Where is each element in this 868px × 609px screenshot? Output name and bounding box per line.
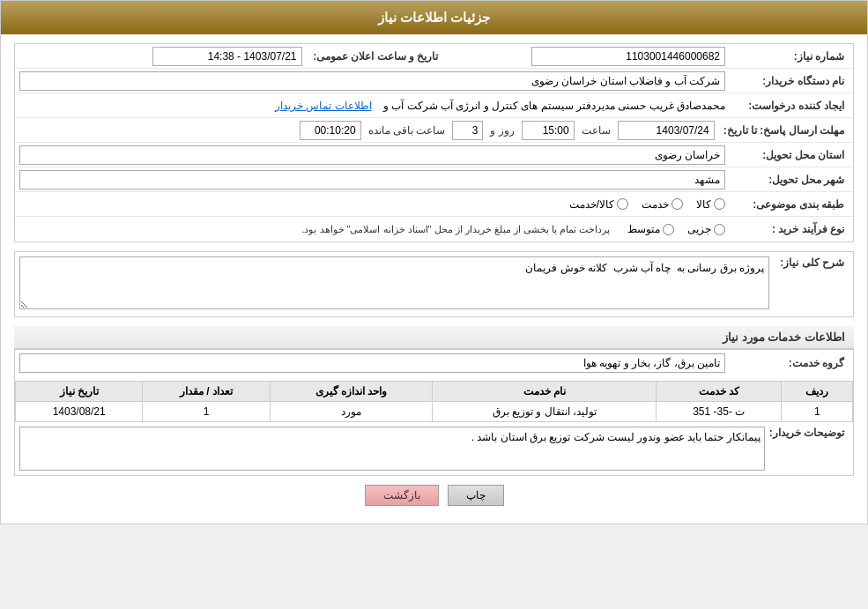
- mohlat-label: مهلت ارسال پاسخ: تا تاریخ:: [715, 124, 849, 137]
- shahr-row: شهر محل تحویل:: [15, 167, 853, 192]
- radio-jozi-option[interactable]: جزیی: [687, 223, 725, 235]
- tabaqebandi-value-box: کالا خدمت کالا/خدمت: [19, 198, 725, 211]
- radio-jozi-label: جزیی: [687, 223, 711, 235]
- tarikh-label: تاریخ و ساعت اعلان عمومی:: [302, 50, 443, 63]
- farayand-note-text: پرداخت تمام یا بخشی از مبلغ خریدار از مح…: [301, 224, 610, 235]
- shomare-niaz-label: شماره نیاز:: [725, 50, 849, 63]
- bazgasht-button[interactable]: بازگشت: [365, 485, 439, 506]
- shahr-value-box: [19, 170, 725, 189]
- service-table: ردیف کد خدمت نام خدمت واحد اندازه گیری ت…: [15, 381, 853, 422]
- radio-kala[interactable]: [714, 198, 725, 210]
- ijad-konande-row: ایجاد کننده درخواست: محمدصادق غریب حسنی …: [15, 93, 853, 118]
- cell-kodKhedamat: ت -35- 351: [656, 402, 782, 422]
- col-vahed: واحد اندازه گیری: [270, 382, 433, 402]
- tabaqebandi-row: طبقه بندی موضوعی: کالا خدمت کالا/خدمت: [15, 192, 853, 217]
- tabaqebandi-label: طبقه بندی موضوعی:: [725, 198, 849, 211]
- ostan-input[interactable]: [19, 145, 725, 165]
- tozihat-textarea[interactable]: [19, 427, 765, 471]
- cell-tarikh: 1403/08/21: [16, 402, 143, 422]
- mohlat-saat-input[interactable]: [522, 121, 575, 140]
- content-area: شماره نیاز: تاریخ و ساعت اعلان عمومی: نا…: [1, 34, 867, 524]
- main-info-section: شماره نیاز: تاریخ و ساعت اعلان عمومی: نا…: [14, 43, 854, 242]
- page-header: جزئیات اطلاعات نیاز: [1, 1, 867, 34]
- col-radif: ردیف: [782, 382, 853, 402]
- radio-kala-khedmat-option[interactable]: کالا/خدمت: [569, 198, 628, 211]
- khedamat-section: گروه خدمت: ردیف کد خدمت نام خدمت واحد ان…: [14, 349, 854, 476]
- shomare-niaz-input[interactable]: [531, 47, 725, 66]
- cell-vahed: مورد: [270, 402, 433, 422]
- mohlat-date-input[interactable]: [618, 121, 715, 140]
- radio-khedmat-label: خدمت: [642, 198, 669, 211]
- tozihat-label: توضیحات خریدار:: [769, 427, 849, 439]
- ostan-row: استان محل تحویل:: [15, 143, 853, 167]
- mohlat-mande-input[interactable]: [300, 121, 361, 140]
- grohe-khedamat-input[interactable]: [19, 353, 725, 373]
- table-header-row: ردیف کد خدمت نام خدمت واحد اندازه گیری ت…: [16, 382, 853, 402]
- sharh-textarea[interactable]: [19, 256, 769, 309]
- mohlat-row: مهلت ارسال پاسخ: تا تاریخ: ساعت روز و سا…: [15, 118, 853, 143]
- page-wrapper: جزئیات اطلاعات نیاز شماره نیاز: تاریخ و …: [0, 0, 868, 524]
- mohlat-saat-label: ساعت: [582, 124, 611, 137]
- grohe-khedamat-label: گروه خدمت:: [725, 357, 849, 369]
- tarikh-input[interactable]: [152, 47, 302, 66]
- radio-jozi[interactable]: [714, 224, 725, 235]
- noe-farayand-value-box: جزیی متوسط پرداخت تمام یا بخشی از مبلغ خ…: [19, 223, 725, 235]
- ostan-label: استان محل تحویل:: [725, 149, 849, 161]
- cell-radif: 1: [782, 402, 853, 422]
- tarikh-value-box: [19, 47, 302, 66]
- col-nam-khedamat: نام خدمت: [433, 382, 657, 402]
- col-kod-khedamat: کد خدمت: [656, 382, 782, 402]
- ijtad-link[interactable]: اطلاعات تماس خریدار: [275, 100, 372, 112]
- nam-dastgah-label: نام دستگاه خریدار:: [725, 75, 849, 87]
- nam-sherkat-input[interactable]: [19, 71, 725, 91]
- page-title: جزئیات اطلاعات نیاز: [378, 10, 490, 25]
- ostan-value-box: [19, 145, 725, 165]
- radio-kala-khedmat-label: کالا/خدمت: [569, 198, 614, 211]
- khedamat-section-title: اطلاعات خدمات مورد نیاز: [14, 326, 854, 349]
- ijad-konande-label: ایجاد کننده درخواست:: [725, 100, 849, 112]
- radio-khedmat[interactable]: [671, 198, 683, 210]
- mohlat-roz-input[interactable]: [452, 121, 483, 140]
- table-row: 1ت -35- 351تولید، انتقال و توزیع برقمورد…: [16, 402, 853, 422]
- grohe-khedamat-value-box: [19, 353, 725, 373]
- radio-kala-label: کالا: [696, 198, 711, 211]
- mohlat-roz-label: روز و: [490, 124, 514, 137]
- radio-kala-khedmat[interactable]: [617, 198, 628, 210]
- cell-namKhedamat: تولید، انتقال و توزیع برق: [433, 402, 657, 422]
- shahr-input[interactable]: [19, 170, 725, 189]
- radio-motavaset-label: متوسط: [627, 223, 660, 235]
- grohe-khedamat-row: گروه خدمت:: [15, 350, 853, 376]
- ijad-konande-text: محمدصادق غریب حسنی مدیردفتر سیستم های کن…: [383, 100, 725, 112]
- radio-khedmat-option[interactable]: خدمت: [642, 198, 683, 211]
- mohlat-mande-label: ساعت باقی مانده: [368, 124, 446, 137]
- shomare-niaz-row: شماره نیاز: تاریخ و ساعت اعلان عمومی:: [15, 44, 853, 69]
- shomare-niaz-value-box: [443, 47, 726, 66]
- tozihat-section: توضیحات خریدار:: [15, 422, 853, 475]
- ijad-konande-value-box: محمدصادق غریب حسنی مدیردفتر سیستم های کن…: [19, 100, 725, 112]
- sharh-section: شرح کلی نیاز:: [14, 251, 854, 317]
- shahr-label: شهر محل تحویل:: [725, 174, 849, 186]
- col-tedad: تعداد / مقدار: [143, 382, 270, 402]
- cell-tedad: 1: [143, 402, 270, 422]
- nam-dastgah-value-box: [19, 71, 725, 91]
- noe-farayand-label: نوع فرآیند خرید :: [725, 223, 849, 235]
- chap-button[interactable]: چاپ: [448, 485, 504, 506]
- mohlat-value-box: ساعت روز و ساعت باقی مانده: [19, 121, 715, 140]
- sharh-label: شرح کلی نیاز:: [769, 256, 849, 269]
- buttons-row: چاپ بازگشت: [14, 485, 854, 506]
- nam-dastgah-row: نام دستگاه خریدار:: [15, 69, 853, 93]
- radio-kala-option[interactable]: کالا: [696, 198, 725, 211]
- radio-motavaset-option[interactable]: متوسط: [627, 223, 674, 235]
- radio-motavaset[interactable]: [663, 224, 674, 235]
- col-tarikh: تاریخ نیاز: [16, 382, 143, 402]
- noe-farayand-row: نوع فرآیند خرید : جزیی متوسط پرداخت تمام…: [15, 217, 853, 241]
- sharh-row: شرح کلی نیاز:: [15, 252, 853, 316]
- sharh-value-box: [19, 256, 769, 312]
